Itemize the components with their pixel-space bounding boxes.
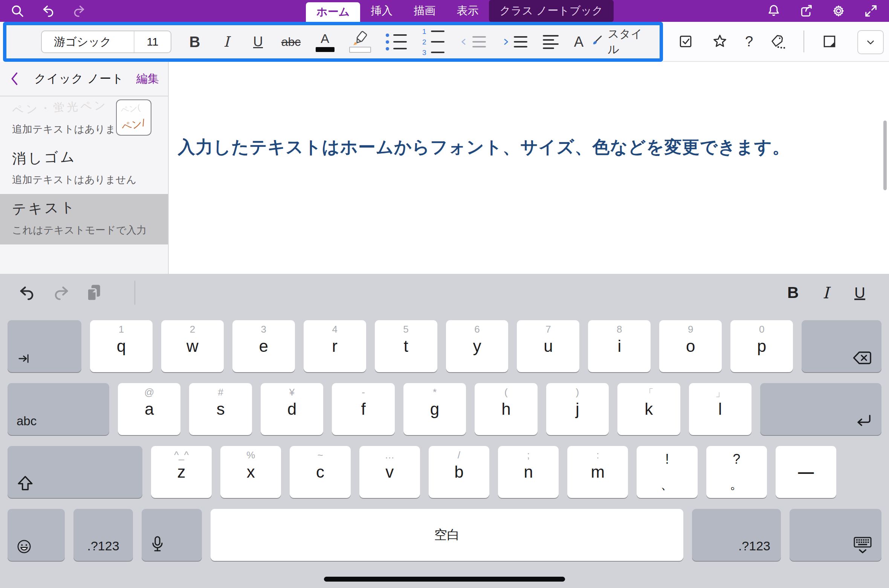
accessory-divider xyxy=(134,281,135,305)
ribbon-right-group: ? xyxy=(663,22,889,62)
page-item-title: テキスト xyxy=(12,198,77,219)
tab-class-notebook[interactable]: クラス ノートブック xyxy=(489,0,614,22)
key-shift[interactable] xyxy=(8,446,142,498)
undo-icon[interactable] xyxy=(41,3,56,18)
key-b[interactable]: /b xyxy=(429,446,489,498)
tab-home[interactable]: ホーム xyxy=(306,2,360,22)
indent-button[interactable] xyxy=(501,36,527,47)
page-list-item[interactable]: ペン・蛍光ペン追加テキストはありま…ペン(ペン/ xyxy=(0,96,168,144)
key-tab[interactable] xyxy=(8,320,81,372)
key-a[interactable]: @a xyxy=(118,383,180,435)
home-indicator[interactable] xyxy=(324,577,565,582)
important-star-icon[interactable] xyxy=(711,33,729,50)
key-space[interactable]: 空白 xyxy=(211,509,683,561)
kb-italic-button[interactable]: I xyxy=(823,284,829,302)
key-s[interactable]: #s xyxy=(189,383,252,435)
emoji-smiley-icon xyxy=(16,538,32,555)
key-r[interactable]: 4r xyxy=(304,320,366,372)
key-h[interactable]: (h xyxy=(475,383,537,435)
key-abc-mode[interactable]: abc xyxy=(8,383,109,435)
key-dash[interactable]: — xyxy=(776,446,836,498)
kb-redo-icon[interactable] xyxy=(51,283,71,302)
key-m[interactable]: :m xyxy=(567,446,628,498)
redo-icon[interactable] xyxy=(72,3,87,18)
key-l[interactable]: 」l xyxy=(689,383,752,435)
tab-insert[interactable]: 挿入 xyxy=(360,0,403,22)
key-z[interactable]: ^_^z xyxy=(151,446,212,498)
page-color-icon[interactable] xyxy=(821,33,838,50)
key-u[interactable]: 7u xyxy=(517,320,579,372)
italic-button[interactable]: I xyxy=(218,34,235,50)
tab-draw[interactable]: 描画 xyxy=(403,0,446,22)
key-p[interactable]: 0p xyxy=(730,320,793,372)
key-numbers-mode-right[interactable]: .?123 xyxy=(692,509,781,561)
numbered-list-button[interactable]: 1 2 3 xyxy=(422,28,444,56)
key-j[interactable]: )j xyxy=(546,383,609,435)
bold-label: B xyxy=(189,34,200,50)
styles-button[interactable]: A スタイル xyxy=(574,26,653,57)
page-list-item[interactable]: 消しゴム追加テキストはありません xyxy=(0,144,168,194)
key-w[interactable]: 2w xyxy=(161,320,224,372)
font-color-label: A xyxy=(321,32,329,45)
tab-view[interactable]: 表示 xyxy=(446,0,489,22)
kb-paste-icon[interactable] xyxy=(84,282,103,303)
keyboard-row-2: abc@a#s¥d-f*g(h)j「k」l xyxy=(8,383,881,435)
notifications-bell-icon[interactable] xyxy=(766,3,781,18)
kb-underline-button[interactable]: U xyxy=(854,284,865,301)
key-dismiss-keyboard[interactable] xyxy=(790,509,881,561)
key-f[interactable]: -f xyxy=(332,383,394,435)
key-numbers-mode-left[interactable]: .?123 xyxy=(73,509,133,561)
section-title: クイック ノート xyxy=(22,71,136,87)
fullscreen-expand-icon[interactable] xyxy=(863,3,878,18)
kb-bold-button[interactable]: B xyxy=(787,284,799,302)
key-return[interactable] xyxy=(760,383,881,435)
edit-button[interactable]: 編集 xyxy=(136,71,159,87)
back-chevron-icon[interactable] xyxy=(9,71,22,86)
key-dictation-mic[interactable] xyxy=(142,509,202,561)
titlebar-right-group xyxy=(766,0,878,22)
outdent-button[interactable] xyxy=(460,36,486,47)
bold-button[interactable]: B xyxy=(186,34,203,50)
alignment-icon xyxy=(543,35,559,49)
key-c[interactable]: ~c xyxy=(290,446,350,498)
key-d[interactable]: ¥d xyxy=(261,383,323,435)
key-v[interactable]: …v xyxy=(359,446,420,498)
note-text[interactable]: 入力したテキストはホームからフォント、サイズ、色などを変更できます。 xyxy=(178,136,790,159)
key-q[interactable]: 1q xyxy=(90,320,153,372)
key-emoji[interactable] xyxy=(8,509,65,561)
bullet-list-button[interactable] xyxy=(386,34,406,50)
key-?[interactable]: ?。 xyxy=(706,446,767,498)
todo-tag-icon[interactable] xyxy=(677,33,695,50)
search-icon[interactable] xyxy=(10,3,25,18)
key-![interactable]: !、 xyxy=(637,446,697,498)
font-size-picker[interactable]: 11 xyxy=(134,31,171,52)
underline-button[interactable]: U xyxy=(250,34,266,50)
key-backspace[interactable] xyxy=(802,320,881,372)
settings-gear-icon[interactable] xyxy=(831,3,846,18)
highlighter-button[interactable] xyxy=(349,31,371,53)
key-k[interactable]: 「k xyxy=(617,383,680,435)
canvas-scrollbar[interactable] xyxy=(883,121,887,190)
font-name-picker[interactable]: 游ゴシック xyxy=(42,34,134,50)
collapse-ribbon-chevron-icon[interactable] xyxy=(857,30,884,54)
key-o[interactable]: 9o xyxy=(659,320,722,372)
question-tag-icon[interactable]: ? xyxy=(745,34,753,50)
key-t[interactable]: 5t xyxy=(375,320,437,372)
kb-undo-icon[interactable] xyxy=(17,283,37,302)
page-item-title: 消しゴム xyxy=(12,147,76,168)
more-tags-icon[interactable] xyxy=(770,33,787,50)
note-canvas[interactable]: 入力したテキストはホームからフォント、サイズ、色などを変更できます。 xyxy=(170,62,889,274)
key-n[interactable]: ;n xyxy=(498,446,559,498)
key-x[interactable]: %x xyxy=(220,446,281,498)
font-color-button[interactable]: A xyxy=(316,32,334,52)
key-y[interactable]: 6y xyxy=(446,320,509,372)
key-i[interactable]: 8i xyxy=(588,320,651,372)
alignment-button[interactable] xyxy=(542,35,559,49)
share-icon[interactable] xyxy=(799,3,814,18)
numbers-mode-label: .?123 xyxy=(738,539,770,553)
strikethrough-button[interactable]: abc xyxy=(281,35,301,49)
key-g[interactable]: *g xyxy=(403,383,466,435)
key-e[interactable]: 3e xyxy=(232,320,295,372)
page-list: ペン・蛍光ペン追加テキストはありま…ペン(ペン/消しゴム追加テキストはありません… xyxy=(0,96,168,244)
page-list-item[interactable]: テキストこれはテキストモードで入力し… xyxy=(0,194,168,244)
